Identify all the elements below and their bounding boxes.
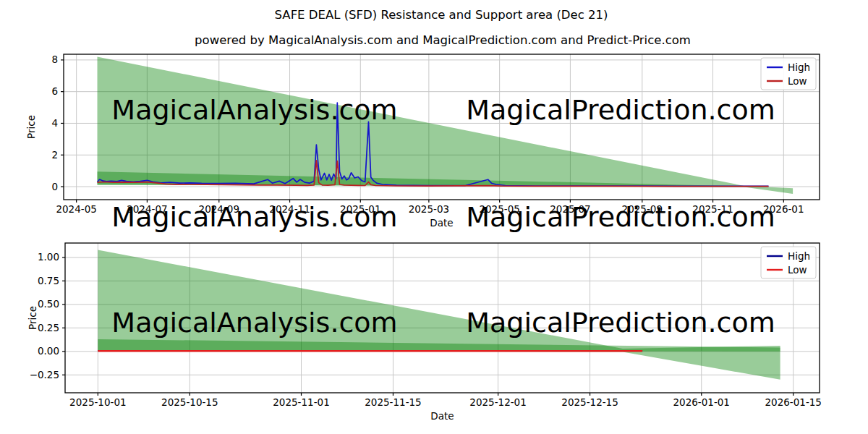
y-tick-label: 0.75 bbox=[38, 275, 59, 286]
y-tick-label: 0.25 bbox=[38, 322, 59, 333]
legend-label: Low bbox=[788, 264, 807, 276]
watermark-prediction: MagicalPrediction.com bbox=[466, 201, 775, 233]
x-tick-label: 2025-11-01 bbox=[273, 396, 329, 408]
watermark-prediction: MagicalPrediction.com bbox=[466, 94, 775, 126]
y-tick-label: −0.25 bbox=[30, 369, 59, 380]
x-tick-label: 2025-10-01 bbox=[69, 396, 126, 408]
x-tick-label: 2025-12-15 bbox=[561, 396, 618, 408]
x-tick-label: 2025-03 bbox=[409, 203, 449, 215]
legend: HighLow bbox=[761, 247, 816, 278]
y-tick-label: 0.00 bbox=[38, 345, 59, 357]
y-tick-label: 4 bbox=[51, 117, 58, 129]
x-tick-label: 2026-01-15 bbox=[765, 396, 821, 408]
x-tick-label: 2026-01-01 bbox=[673, 396, 730, 408]
watermark-analysis: MagicalAnalysis.com bbox=[111, 201, 397, 233]
watermark-prediction: MagicalPrediction.com bbox=[466, 307, 775, 339]
x-tick-label: 2025-10-15 bbox=[161, 396, 218, 408]
legend: HighLow bbox=[761, 58, 816, 90]
y-tick-label: 0.50 bbox=[38, 298, 59, 310]
legend-label: High bbox=[788, 250, 810, 262]
legend-label: High bbox=[788, 61, 810, 73]
y-tick-label: 6 bbox=[51, 85, 58, 97]
watermark-analysis: MagicalAnalysis.com bbox=[111, 94, 397, 126]
x-tick-label: 2024-05 bbox=[56, 203, 96, 215]
figure: SAFE DEAL (SFD) Resistance and Support a… bbox=[0, 0, 868, 434]
watermark-analysis: MagicalAnalysis.com bbox=[111, 307, 397, 339]
y-axis-label: Price bbox=[27, 306, 38, 330]
y-tick-label: 2 bbox=[51, 149, 58, 161]
figure-canvas: SAFE DEAL (SFD) Resistance and Support a… bbox=[0, 0, 868, 434]
y-tick-label: 1.00 bbox=[38, 251, 59, 263]
y-tick-label: 0 bbox=[51, 181, 58, 192]
x-axis-label: Date bbox=[430, 410, 454, 422]
x-axis-label: Date bbox=[430, 217, 453, 229]
figure-title: SAFE DEAL (SFD) Resistance and Support a… bbox=[275, 8, 608, 22]
legend-label: Low bbox=[788, 75, 807, 87]
x-tick-label: 2025-11-15 bbox=[365, 396, 421, 408]
y-axis-label: Price bbox=[25, 115, 37, 139]
figure-subtitle: powered by MagicalAnalysis.com and Magic… bbox=[195, 33, 691, 47]
x-tick-label: 2025-12-01 bbox=[469, 396, 526, 408]
y-tick-label: 8 bbox=[51, 54, 58, 65]
